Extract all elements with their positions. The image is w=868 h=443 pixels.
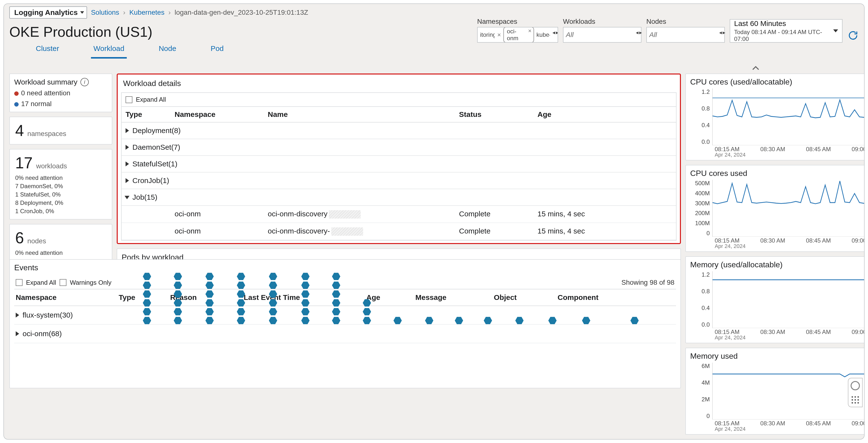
workload-table-header: Type Namespace Name Status Age — [122, 106, 676, 123]
events-panel: Events Expand All Warnings Only Showing … — [9, 259, 681, 388]
workloads-filter[interactable]: All ◂ ▸ — [563, 27, 642, 43]
y-axis-ticks: 500M400M300M200M100M0 — [690, 180, 710, 237]
row-name: oci-onm-discovery- — [268, 227, 459, 236]
x-axis-ticks: 08:15 AM08:30 AM08:45 AM09:00 AM — [712, 237, 865, 244]
row-age: 15 mins, 4 sec — [537, 210, 672, 218]
x-axis-ticks: 08:15 AM08:30 AM08:45 AM09:00 AM — [712, 329, 865, 335]
chart-title: Memory used — [690, 352, 865, 361]
ev-th-component: Component — [558, 293, 675, 302]
caret-icon — [126, 128, 129, 133]
stat-workloads-line2: 8 Deployment, 0% — [15, 199, 106, 206]
chart-cpu-used: CPU cores used500M400M300M200M100M008:15… — [685, 165, 865, 252]
tab-node[interactable]: Node — [156, 41, 179, 59]
workload-group-row[interactable]: CronJob(1) — [122, 172, 676, 189]
ev-th-age: Age — [366, 293, 415, 302]
stat-nodes-label: nodes — [28, 237, 46, 245]
refresh-icon[interactable] — [847, 30, 859, 43]
stat-workloads-sub: 0% need attention — [15, 174, 106, 181]
row-name: oci-onm-discovery — [268, 210, 459, 218]
chart-cpu-allocatable: CPU cores (used/allocatable)1.20.80.40.0… — [685, 73, 865, 161]
y-axis-ticks: 1.20.80.40.0 — [690, 89, 710, 145]
namespace-chip-trunc[interactable]: itoring — [480, 31, 495, 38]
caret-icon — [16, 313, 19, 317]
stat-workloads-line3: 1 CronJob, 0% — [15, 208, 106, 215]
stat-workloads-line0: 7 DaemonSet, 0% — [15, 183, 106, 190]
filter-scroll-left-icon[interactable]: ◂ — [636, 30, 639, 35]
stat-namespaces[interactable]: 4namespaces — [9, 116, 112, 144]
breadcrumb-current: logan-data-gen-dev_2023-10-25T19:01:13Z — [175, 8, 308, 16]
help-icon[interactable] — [850, 381, 860, 390]
breadcrumb-link-solutions[interactable]: Solutions — [91, 8, 119, 16]
row-status: Complete — [459, 210, 537, 218]
floating-toolbox[interactable] — [848, 378, 863, 407]
y-axis-ticks: 1.20.80.40.0 — [690, 271, 710, 328]
legend-need-attention: 0 need attention — [21, 89, 70, 97]
view-tabs: Cluster Workload Node Pod — [4, 41, 864, 59]
expand-all-label: Expand All — [136, 96, 166, 103]
namespaces-filter[interactable]: itoring× oci-onm kube- ◂ ▸ — [477, 27, 558, 43]
chart-title: CPU cores (used/allocatable) — [690, 77, 865, 87]
workload-group-row[interactable]: DaemonSet(7) — [122, 139, 676, 156]
stat-workloads-label: workloads — [36, 162, 67, 170]
app-switcher-icon[interactable] — [851, 396, 860, 404]
event-group-row[interactable]: flux-system(30) — [14, 306, 676, 325]
events-title: Events — [14, 263, 676, 272]
th-status: Status — [459, 110, 537, 118]
workload-row[interactable]: oci-onmoci-onm-discoveryComplete15 mins,… — [122, 206, 676, 223]
legend-normal: 17 normal — [21, 100, 52, 108]
events-showing: Showing 98 of 98 — [621, 279, 674, 286]
chevron-icon: › — [123, 8, 125, 16]
events-expand-all-label: Expand All — [26, 279, 56, 286]
workloads-filter-label: Workloads — [563, 18, 642, 26]
nodes-filter-value: All — [649, 31, 657, 39]
filter-scroll-right-icon[interactable]: ▸ — [639, 30, 642, 35]
events-expand-all-checkbox[interactable] — [16, 279, 23, 286]
breadcrumb-link-kubernetes[interactable]: Kubernetes — [129, 8, 164, 16]
filter-scroll-left-icon[interactable]: ◂ — [552, 30, 555, 35]
chevron-icon: › — [168, 8, 170, 16]
filter-scroll-left-icon[interactable]: ◂ — [719, 30, 722, 35]
workload-group-row[interactable]: Job(15) — [122, 189, 676, 206]
stat-nodes[interactable]: 6nodes 0% need attention — [9, 224, 112, 261]
chevron-up-icon[interactable] — [750, 63, 761, 73]
stat-workloads-line1: 1 StatefulSet, 0% — [15, 191, 106, 198]
nodes-filter[interactable]: All ◂ ▸ — [646, 27, 725, 43]
stat-nodes-sub: 0% need attention — [15, 249, 106, 256]
plot-area — [712, 363, 865, 419]
events-warnings-only-label: Warnings Only — [70, 279, 112, 286]
filter-scroll-right-icon[interactable]: ▸ — [722, 30, 725, 35]
row-namespace: oci-onm — [175, 210, 268, 218]
workload-group-row[interactable]: StatefulSet(1) — [122, 156, 676, 172]
caret-icon — [126, 162, 129, 166]
workload-row[interactable]: oci-onmoci-onm-discovery-Complete15 mins… — [122, 223, 676, 240]
namespaces-filter-label: Namespaces — [477, 18, 558, 26]
tab-cluster[interactable]: Cluster — [33, 41, 62, 59]
caret-icon — [16, 331, 19, 336]
info-icon[interactable]: i — [81, 78, 89, 86]
dot-blue-icon — [14, 102, 19, 107]
workload-group-row[interactable]: Deployment(8) — [122, 123, 676, 139]
time-range-sub: Today 08:14 AM - 09:14 AM UTC-07:00 — [734, 29, 829, 42]
namespace-chip-trunc2[interactable]: kube- — [536, 31, 550, 38]
context-selector[interactable]: Logging Analytics — [9, 6, 87, 19]
stat-workloads[interactable]: 17workloads 0% need attention 7 DaemonSe… — [9, 149, 112, 219]
filter-scroll-right-icon[interactable]: ▸ — [556, 30, 558, 35]
row-age: 15 mins, 4 sec — [537, 227, 672, 236]
stat-workloads-n: 17 — [15, 154, 33, 172]
caret-icon — [126, 145, 129, 150]
events-warnings-only-checkbox[interactable] — [60, 279, 66, 286]
stat-namespaces-label: namespaces — [28, 130, 66, 138]
dot-red-icon — [14, 91, 19, 96]
redacted-icon — [329, 210, 361, 218]
chart-title: Memory (used/allocatable) — [690, 260, 865, 269]
expand-all-checkbox[interactable] — [126, 96, 132, 103]
tab-workload[interactable]: Workload — [91, 41, 127, 59]
namespace-chip[interactable]: oci-onm — [503, 27, 534, 43]
time-range-select[interactable]: Last 60 Minutes Today 08:14 AM - 09:14 A… — [730, 19, 842, 43]
x-axis-ticks: 08:15 AM08:30 AM08:45 AM09:00 AM — [712, 420, 865, 427]
events-table-header: Namespace Type Reason Last Event Time Ag… — [14, 289, 676, 306]
event-group-row[interactable]: oci-onm(68) — [14, 325, 676, 343]
tab-pod[interactable]: Pod — [208, 41, 226, 59]
stat-namespaces-n: 4 — [15, 122, 24, 140]
chart-memory-used: Memory used6M4M2M008:15 AM08:30 AM08:45 … — [685, 348, 865, 435]
